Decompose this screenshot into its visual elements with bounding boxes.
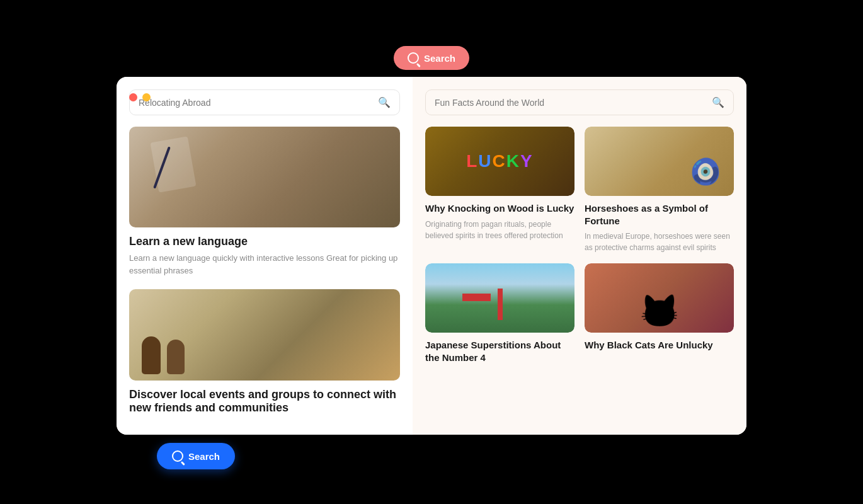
left-panel: Relocating Abroad 🔍 Learn a new language…	[117, 77, 413, 435]
right-articles-grid: LUCKY Why Knocking on Wood is Lucky Orig…	[425, 127, 734, 367]
main-window: Relocating Abroad 🔍 Learn a new language…	[117, 77, 746, 435]
horseshoe-image	[585, 127, 734, 196]
cat-image	[585, 263, 734, 333]
left-article-learn-language[interactable]: Learn a new language Learn a new languag…	[129, 127, 400, 277]
right-search-bar[interactable]: Fun Facts Around the World 🔍	[425, 89, 734, 115]
lucky-letters: LUCKY	[466, 151, 534, 171]
card-desc-knocking-wood: Originating from pagan rituals, people b…	[425, 219, 574, 241]
top-search-label: Search	[424, 53, 455, 64]
traffic-lights	[129, 93, 151, 101]
bottom-search-icon	[172, 450, 183, 462]
card-desc-horseshoes: In medieval Europe, horseshoes were seen…	[585, 231, 734, 253]
card-knocking-wood[interactable]: LUCKY Why Knocking on Wood is Lucky Orig…	[425, 127, 574, 253]
card-img-lucky: LUCKY	[425, 127, 574, 196]
article-title-learn-language: Learn a new language	[129, 235, 400, 248]
japan-image	[425, 263, 574, 333]
card-title-japanese-4: Japanese Superstitions About the Number …	[425, 339, 574, 364]
top-search-button[interactable]: Search	[394, 46, 469, 70]
article-title-local-events: Discover local events and groups to conn…	[129, 388, 400, 415]
article-image-writing	[129, 127, 400, 227]
card-black-cats[interactable]: Why Black Cats Are Unlucky	[585, 263, 734, 367]
card-title-knocking-wood: Why Knocking on Wood is Lucky	[425, 202, 574, 215]
card-japanese-4[interactable]: Japanese Superstitions About the Number …	[425, 263, 574, 367]
left-search-icon: 🔍	[378, 96, 391, 108]
article-image-horses	[129, 289, 400, 381]
left-article-local-events[interactable]: Discover local events and groups to conn…	[129, 289, 400, 415]
card-horseshoes[interactable]: Horseshoes as a Symbol of Fortune In med…	[585, 127, 734, 253]
card-img-horseshoe	[585, 127, 734, 196]
left-search-input[interactable]: Relocating Abroad	[139, 98, 378, 108]
card-img-japan	[425, 263, 574, 333]
close-button[interactable]	[129, 93, 137, 101]
right-search-icon: 🔍	[712, 96, 724, 108]
minimize-button[interactable]	[142, 93, 151, 101]
bottom-search-button[interactable]: Search	[157, 443, 235, 469]
card-title-black-cats: Why Black Cats Are Unlucky	[585, 339, 734, 352]
article-desc-learn-language: Learn a new language quickly with intera…	[129, 252, 400, 277]
search-icon	[408, 52, 419, 64]
right-panel: Fun Facts Around the World 🔍 LUCKY Why K…	[413, 77, 746, 435]
lucky-image: LUCKY	[425, 127, 574, 196]
card-title-horseshoes: Horseshoes as a Symbol of Fortune	[585, 202, 734, 227]
bottom-search-label: Search	[188, 451, 220, 462]
left-search-bar[interactable]: Relocating Abroad 🔍	[129, 89, 400, 115]
card-img-cat	[585, 263, 734, 333]
right-search-input[interactable]: Fun Facts Around the World	[435, 98, 712, 108]
